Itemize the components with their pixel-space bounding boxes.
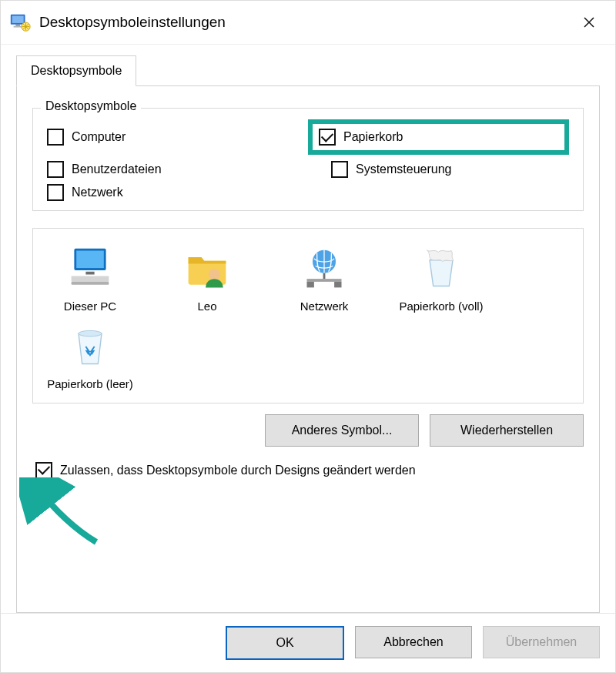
svg-point-15 [79,330,102,336]
change-icon-button[interactable]: Anderes Symbol... [265,414,419,447]
checkbox-allow-themes[interactable] [35,462,52,479]
svg-rect-1 [12,16,24,23]
svg-rect-13 [307,282,314,288]
this-pc-icon [65,244,115,293]
checkbox-row-computer[interactable]: Computer [47,129,308,146]
checkbox-systemsteuerung[interactable] [331,161,348,178]
ok-button[interactable]: OK [226,626,344,660]
icon-label: Dieser PC [64,300,116,314]
user-folder-icon [182,244,232,293]
checkbox-computer[interactable] [47,129,64,146]
checkbox-row-systemsteuerung[interactable]: Systemsteuerung [308,161,569,178]
checkbox-grid: Computer Papierkorb Benutzerdateien [47,119,569,201]
tab-desktopsymbole[interactable]: Desktopsymbole [16,55,136,86]
cancel-button[interactable]: Abbrechen [355,626,472,658]
svg-rect-14 [334,282,341,288]
checkbox-label-netzwerk: Netzwerk [72,186,123,199]
checkbox-label-systemsteuerung: Systemsteuerung [356,162,452,176]
group-title: Desktopsymbole [41,99,141,113]
tabstrip: Desktopsymbole [16,55,600,85]
icon-label: Leo [197,300,216,314]
close-button[interactable] [571,4,608,41]
checkbox-row-benutzerdateien[interactable]: Benutzerdateien [47,161,308,178]
icon-item-network[interactable]: Netzwerk [275,244,373,314]
checkbox-highlight-papierkorb: Papierkorb [308,119,569,155]
icon-item-pc[interactable]: Dieser PC [41,244,139,314]
checkbox-row-papierkorb[interactable]: Papierkorb [308,119,569,155]
svg-rect-6 [76,251,104,269]
dialog-window: Desktopsymboleinstellungen Desktopsymbol… [0,0,616,673]
group-desktopsymbole: Desktopsymbole Computer Papierkorb [32,108,584,211]
checkbox-label-papierkorb: Papierkorb [343,130,403,144]
svg-rect-2 [15,25,20,26]
apply-button: Übernehmen [483,626,600,658]
icon-grid: Dieser PC Leo [41,244,575,392]
checkbox-label-computer: Computer [72,130,126,144]
icon-preview-area: Dieser PC Leo [32,228,584,403]
icon-label: Papierkorb (voll) [399,300,483,314]
checkbox-label-benutzerdateien: Benutzerdateien [72,162,162,176]
svg-rect-8 [72,276,109,282]
allow-themes-row[interactable]: Zulassen, dass Desktopsymbole durch Desi… [35,462,584,479]
svg-rect-7 [85,272,94,275]
dialog-footer: OK Abbrechen Übernehmen [1,613,615,672]
svg-rect-9 [72,282,109,285]
titlebar: Desktopsymboleinstellungen [1,1,615,45]
svg-rect-12 [307,279,342,282]
recycle-bin-empty-icon [65,322,115,371]
dialog-title: Desktopsymboleinstellungen [39,14,571,31]
icon-label: Netzwerk [300,300,349,314]
desktop-settings-icon [8,11,32,34]
allow-themes-label: Zulassen, dass Desktopsymbole durch Desi… [60,464,416,477]
icon-item-user[interactable]: Leo [158,244,256,314]
checkbox-netzwerk[interactable] [47,184,64,201]
recycle-bin-full-icon [417,244,466,293]
tab-panel: Desktopsymbole Computer Papierkorb [16,85,600,613]
icon-label: Papierkorb (leer) [47,377,133,392]
restore-default-button[interactable]: Wiederherstellen [430,414,584,447]
checkbox-papierkorb[interactable] [319,129,336,146]
checkbox-benutzerdateien[interactable] [47,161,64,178]
svg-point-10 [209,269,220,280]
icon-item-recycle-empty[interactable]: Papierkorb (leer) [41,322,139,392]
network-icon [300,244,349,293]
icon-action-buttons: Anderes Symbol... Wiederherstellen [32,414,584,447]
dialog-body: Desktopsymbole Desktopsymbole Computer P… [1,45,615,613]
svg-rect-3 [14,26,22,28]
icon-item-recycle-full[interactable]: Papierkorb (voll) [392,244,490,314]
checkbox-row-netzwerk[interactable]: Netzwerk [47,184,308,201]
